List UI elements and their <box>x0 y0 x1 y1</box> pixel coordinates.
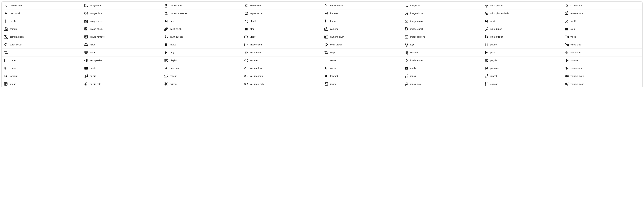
icon-row[interactable]: microphone <box>162 2 242 10</box>
icon-row[interactable]: repeat <box>482 72 562 80</box>
icon-row[interactable]: list-add <box>402 49 482 56</box>
icon-row[interactable]: loudspeaker <box>402 56 482 64</box>
icon-row[interactable]: image-add <box>402 2 482 10</box>
icon-row[interactable]: playlist <box>162 56 242 64</box>
svg-rect-160 <box>566 5 567 6</box>
microphone-slash-icon <box>484 11 489 16</box>
icon-row[interactable]: music <box>82 72 162 80</box>
icon-row[interactable]: image-circle <box>402 10 482 17</box>
icon-row[interactable]: shuffle <box>562 17 642 25</box>
icon-row[interactable]: repeat-once <box>242 10 322 17</box>
icon-row[interactable]: previous <box>482 64 562 72</box>
svg-rect-69 <box>245 5 247 6</box>
icon-row[interactable]: color-picker <box>2 41 82 49</box>
icon-row[interactable]: microphone-slash <box>482 10 562 17</box>
icon-row[interactable]: camera <box>2 25 82 33</box>
icon-row[interactable]: image-circle <box>82 10 162 17</box>
svg-point-23 <box>85 28 86 29</box>
icon-row[interactable]: camera <box>322 25 402 33</box>
icon-row[interactable]: music <box>402 72 482 80</box>
icon-row[interactable]: playlist <box>482 56 562 64</box>
icon-row[interactable]: volume <box>242 56 322 64</box>
icon-row[interactable]: volume-slash <box>242 80 322 88</box>
icon-row[interactable]: scissor <box>162 80 242 88</box>
icon-row[interactable]: music-note <box>82 80 162 88</box>
icon-label: beizer-curve <box>10 4 22 7</box>
icon-row[interactable]: corner <box>2 56 82 64</box>
icon-row[interactable]: paint-bucket <box>162 33 242 41</box>
icon-row[interactable]: repeat-once <box>562 10 642 17</box>
icon-row[interactable]: scissor <box>482 80 562 88</box>
icon-row[interactable]: voice-note <box>562 49 642 56</box>
icon-row[interactable]: pause <box>482 41 562 49</box>
icon-row[interactable]: forward <box>2 72 82 80</box>
icon-row[interactable]: brush <box>322 17 402 25</box>
icon-row[interactable]: previous <box>162 64 242 72</box>
icon-row[interactable]: video-slash <box>242 41 322 49</box>
icon-label: image-add <box>410 4 421 7</box>
icon-row[interactable]: media <box>82 64 162 72</box>
icon-row[interactable]: screenshot <box>242 2 322 10</box>
icon-row[interactable]: volume-low <box>242 64 322 72</box>
icon-row[interactable]: image-remove <box>82 33 162 41</box>
icon-row[interactable]: layer <box>402 41 482 49</box>
icon-row[interactable]: video <box>562 33 642 41</box>
svg-line-158 <box>487 84 488 85</box>
icon-label: microphone <box>490 4 502 7</box>
icon-row[interactable]: shuffle <box>242 17 322 25</box>
icon-row[interactable]: image-cross <box>402 17 482 25</box>
icon-row[interactable]: backward <box>322 10 402 17</box>
icon-label: scissor <box>170 83 177 85</box>
icon-row[interactable]: cursor <box>322 64 402 72</box>
icon-row[interactable]: paint-brush <box>162 25 242 33</box>
stop-icon <box>564 27 569 32</box>
icon-row[interactable]: crop <box>2 49 82 56</box>
icon-row[interactable]: play <box>482 49 562 56</box>
icon-row[interactable]: image-cross <box>82 17 162 25</box>
icon-row[interactable]: video <box>242 33 322 41</box>
volume-icon <box>244 58 249 63</box>
icon-row[interactable]: image-check <box>82 25 162 33</box>
icon-row[interactable]: volume-mute <box>562 72 642 80</box>
icon-row[interactable]: music-note <box>402 80 482 88</box>
icon-row[interactable]: crop <box>322 49 402 56</box>
icon-row[interactable]: camera-slash <box>322 33 402 41</box>
icon-row[interactable]: beizer-curve <box>2 2 82 10</box>
icon-row[interactable]: microphone-slash <box>162 10 242 17</box>
icon-row[interactable]: microphone <box>482 2 562 10</box>
icon-row[interactable]: color-picker <box>322 41 402 49</box>
icon-row[interactable]: paint-brush <box>482 25 562 33</box>
icon-row[interactable]: stop <box>562 25 642 33</box>
icon-row[interactable]: volume-mute <box>242 72 322 80</box>
icon-row[interactable]: image-remove <box>402 33 482 41</box>
icon-row[interactable]: paint-bucket <box>482 33 562 41</box>
icon-row[interactable]: next <box>162 17 242 25</box>
icon-row[interactable]: image <box>2 80 82 88</box>
icon-row[interactable]: brush <box>2 17 82 25</box>
icon-row[interactable]: layer <box>82 41 162 49</box>
icon-row[interactable]: volume <box>562 56 642 64</box>
icon-row[interactable]: forward <box>322 72 402 80</box>
icon-row[interactable]: pause <box>162 41 242 49</box>
icon-row[interactable]: list-add <box>82 49 162 56</box>
icon-row[interactable]: volume-slash <box>562 80 642 88</box>
icon-row[interactable]: loudspeaker <box>82 56 162 64</box>
icon-row[interactable]: beizer-curve <box>322 2 402 10</box>
icon-row[interactable]: cursor <box>2 64 82 72</box>
icon-row[interactable]: media <box>402 64 482 72</box>
icon-row[interactable]: camera-slash <box>2 33 82 41</box>
icon-label: image-circle <box>90 12 102 15</box>
icon-row[interactable]: image-add <box>82 2 162 10</box>
icon-row[interactable]: stop <box>242 25 322 33</box>
icon-row[interactable]: image-check <box>402 25 482 33</box>
icon-row[interactable]: corner <box>322 56 402 64</box>
icon-row[interactable]: backward <box>2 10 82 17</box>
icon-row[interactable]: voice-note <box>242 49 322 56</box>
icon-row[interactable]: image <box>322 80 402 88</box>
icon-row[interactable]: video-slash <box>562 41 642 49</box>
icon-row[interactable]: screenshot <box>562 2 642 10</box>
icon-row[interactable]: next <box>482 17 562 25</box>
icon-row[interactable]: play <box>162 49 242 56</box>
icon-row[interactable]: volume-low <box>562 64 642 72</box>
icon-row[interactable]: repeat <box>162 72 242 80</box>
